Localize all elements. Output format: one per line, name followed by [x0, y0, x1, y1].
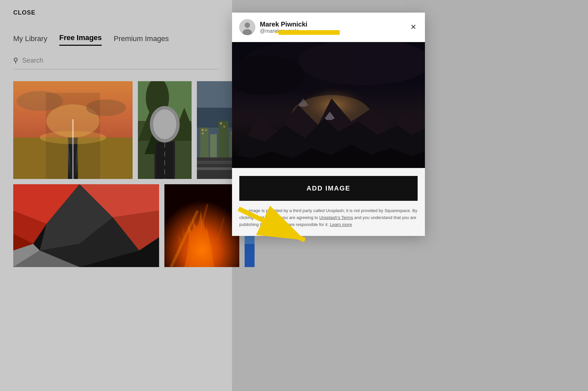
svg-point-20	[153, 109, 176, 139]
image-road-sunset[interactable]	[13, 81, 133, 179]
close-modal-button[interactable]: ✕	[409, 22, 418, 32]
modal-header: Marek Piwnicki @marekpiwnicki ✕	[232, 13, 425, 42]
learn-more-link[interactable]: Learn more	[330, 222, 352, 227]
tab-my-library[interactable]: My Library	[13, 34, 47, 46]
tab-free-images[interactable]: Free Images	[59, 33, 102, 46]
image-row-2	[13, 184, 219, 267]
disclaimer-text: This image is provided by a third party …	[239, 207, 418, 236]
image-preview-modal: Marek Piwnicki @marekpiwnicki ✕	[232, 13, 425, 236]
svg-rect-34	[220, 123, 222, 124]
svg-rect-59	[245, 244, 255, 267]
image-forest-road[interactable]	[138, 81, 192, 179]
modal-footer: ADD IMAGE This image is provided by a th…	[232, 168, 425, 236]
image-row-1	[13, 81, 219, 179]
svg-point-10	[86, 99, 126, 116]
tab-bar: My Library Free Images Premium Images	[13, 33, 219, 46]
svg-rect-5	[13, 138, 68, 179]
user-handle: @marekpiwnicki	[260, 28, 404, 34]
svg-rect-6	[78, 138, 133, 179]
add-image-button[interactable]: ADD IMAGE	[239, 176, 418, 201]
search-bar: ⚲	[13, 56, 219, 69]
unsplash-terms-link[interactable]: Unsplash's Terms	[319, 215, 353, 220]
svg-rect-32	[205, 129, 207, 131]
modal-preview-image	[232, 42, 425, 168]
svg-point-8	[40, 131, 106, 144]
svg-point-9	[17, 91, 63, 111]
svg-point-61	[245, 23, 250, 28]
svg-rect-35	[223, 126, 225, 128]
search-input[interactable]	[22, 57, 219, 64]
close-button[interactable]: CLOSE	[13, 9, 35, 16]
svg-rect-33	[202, 133, 204, 134]
search-icon: ⚲	[13, 56, 18, 64]
left-panel: CLOSE My Library Free Images Premium Ima…	[0, 0, 232, 391]
avatar	[239, 19, 255, 35]
tab-premium-images[interactable]: Premium Images	[114, 34, 169, 46]
user-name: Marek Piwnicki	[260, 21, 404, 28]
svg-rect-31	[202, 129, 204, 131]
image-grid	[13, 81, 219, 267]
image-fire[interactable]	[164, 184, 239, 267]
user-info: Marek Piwnicki @marekpiwnicki	[260, 21, 404, 34]
image-abstract-red[interactable]	[13, 184, 159, 267]
